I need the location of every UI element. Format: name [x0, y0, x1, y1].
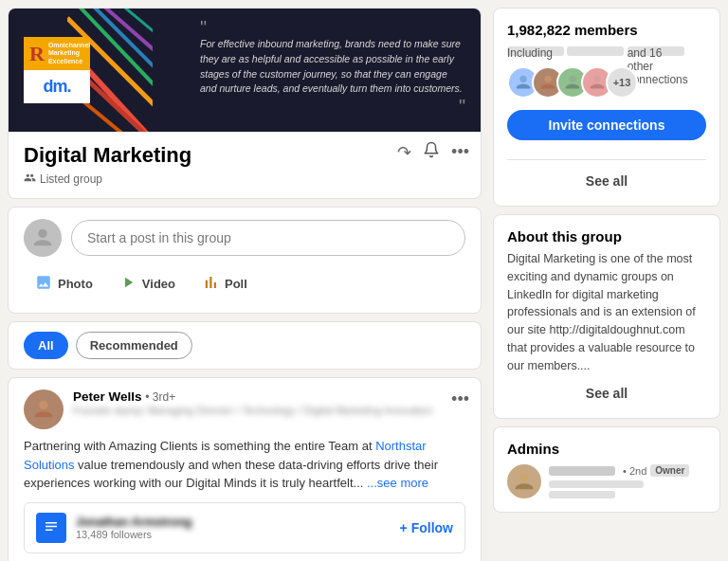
post-box: Start a post in this group: [9, 208, 481, 268]
repost-info: Jonathan Armstrong 13,489 followers: [76, 516, 391, 540]
post-read-more[interactable]: ...see more: [367, 476, 428, 490]
admin-info: • 2nd Owner: [549, 464, 706, 498]
post-user-meta: Founder &amp; Managing Director • Techno…: [73, 405, 465, 416]
repost-followers: 13,489 followers: [76, 529, 391, 540]
svg-point-11: [544, 76, 551, 82]
group-type-label: Listed group: [40, 172, 102, 186]
members-see-all[interactable]: See all: [507, 170, 706, 192]
admin-row: • 2nd Owner: [507, 464, 706, 498]
video-icon: [119, 274, 136, 294]
more-icon[interactable]: •••: [451, 142, 469, 162]
poll-icon: [202, 274, 219, 294]
post-header: Peter Wells • 3rd+ Founder &amp; Managin…: [9, 378, 481, 437]
group-type: Listed group: [24, 172, 465, 187]
member-count-badge: +13: [606, 66, 638, 99]
post-input[interactable]: Start a post in this group: [71, 220, 465, 256]
logo-r-letter: R: [29, 42, 45, 66]
feed-post-card: Peter Wells • 3rd+ Founder &amp; Managin…: [8, 377, 482, 561]
bell-icon[interactable]: [423, 141, 440, 163]
photo-icon: [35, 274, 52, 294]
quote-mark-open: ": [200, 18, 465, 37]
post-input-card: Start a post in this group Photo Video: [8, 207, 482, 314]
video-button[interactable]: Video: [108, 268, 187, 299]
hero-quote: " For effective inbound marketing, brand…: [200, 18, 465, 116]
about-title: About this group: [507, 228, 706, 244]
admin-name-blurred: [549, 466, 615, 476]
photo-label: Photo: [58, 277, 93, 291]
group-actions: ↷ •••: [397, 141, 469, 163]
post-author-avatar: [24, 389, 64, 429]
post-body-prefix: Partnering with Amazing Clients is somet…: [24, 439, 375, 453]
tab-all[interactable]: All: [24, 332, 68, 359]
media-buttons: Photo Video Poll: [9, 268, 481, 313]
logo-dm: dm.: [43, 77, 70, 97]
svg-point-9: [39, 401, 47, 409]
logo-text: Omnichannel Marketing Excellence: [48, 42, 90, 65]
post-body: Partnering with Amazing Clients is somet…: [9, 437, 481, 502]
group-type-icon: [24, 172, 36, 187]
about-text: Digital Marketing is one of the most exc…: [507, 250, 706, 374]
admin-name-row: • 2nd Owner: [549, 464, 706, 477]
owner-badge: Owner: [650, 464, 689, 477]
about-card: About this group Digital Marketing is on…: [493, 214, 720, 419]
follow-button[interactable]: + Follow: [400, 520, 453, 535]
admin-sub-blurred: [549, 480, 644, 488]
tab-recommended[interactable]: Recommended: [76, 332, 192, 359]
admins-card: Admins • 2nd Owner: [493, 426, 720, 513]
post-user-name[interactable]: Peter Wells • 3rd+: [73, 389, 465, 404]
admin-sub-blurred-2: [549, 491, 615, 498]
repost-company-logo: [36, 513, 66, 543]
invite-connections-button[interactable]: Invite connections: [507, 110, 706, 140]
group-banner-card: R Omnichannel Marketing Excellence dm. ": [8, 8, 482, 199]
video-label: Video: [142, 277, 175, 291]
members-title: 1,982,822 members: [507, 22, 706, 38]
group-info-bar: ↷ ••• Digital Marketing Listed group: [9, 132, 481, 198]
hero-banner: R Omnichannel Marketing Excellence dm. ": [9, 9, 481, 132]
svg-point-10: [519, 76, 526, 82]
tabs-bar: All Recommended: [24, 332, 465, 359]
feed-tabs: All Recommended: [8, 321, 482, 370]
user-avatar: [24, 219, 62, 257]
members-sub: Including and 16 other connections: [507, 44, 706, 57]
quote-mark-close: ": [200, 97, 465, 116]
repost-company-name: Jonathan Armstrong: [76, 516, 391, 529]
members-card: 1,982,822 members Including and 16 other…: [493, 8, 720, 207]
poll-label: Poll: [225, 277, 247, 291]
quote-text: For effective inbound marketing, brands …: [200, 37, 465, 97]
repost-section: Jonathan Armstrong 13,489 followers + Fo…: [24, 502, 465, 553]
share-icon[interactable]: ↷: [397, 142, 411, 163]
about-see-all[interactable]: See all: [507, 382, 706, 405]
svg-point-12: [569, 76, 575, 82]
svg-point-13: [593, 76, 600, 82]
admins-title: Admins: [507, 441, 706, 457]
group-logo: R Omnichannel Marketing Excellence dm.: [24, 37, 90, 103]
post-more-icon[interactable]: •••: [451, 389, 469, 409]
svg-line-5: [115, 9, 153, 46]
post-user-info: Peter Wells • 3rd+ Founder &amp; Managin…: [73, 389, 465, 416]
svg-point-14: [519, 473, 528, 481]
blurred-name: [567, 46, 624, 56]
admin-avatar: [507, 464, 541, 498]
poll-button[interactable]: Poll: [191, 268, 259, 299]
photo-button[interactable]: Photo: [24, 268, 104, 299]
svg-point-8: [38, 229, 46, 238]
